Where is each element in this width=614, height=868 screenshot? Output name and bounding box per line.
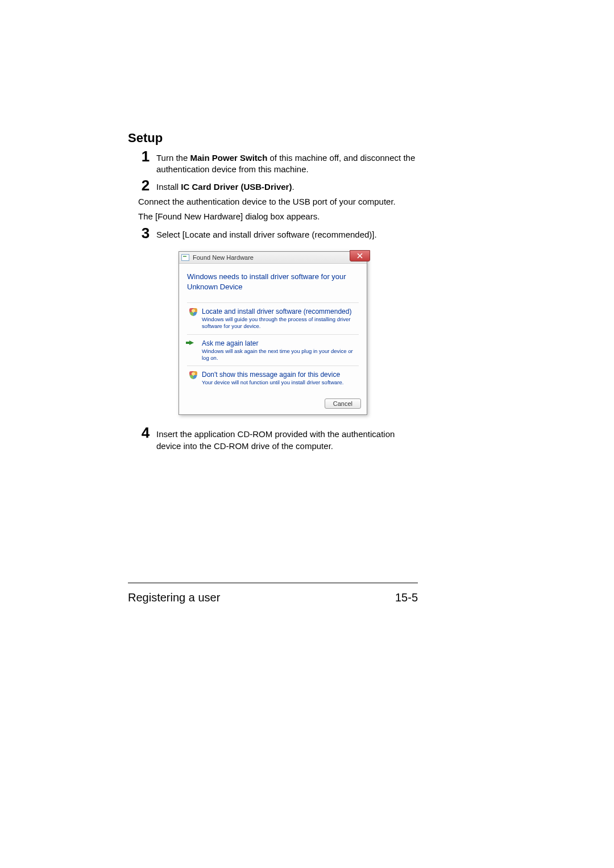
- close-button[interactable]: [350, 250, 370, 261]
- close-icon: [357, 253, 363, 259]
- opt3-title: Don't show this message again for this d…: [202, 371, 355, 379]
- dialog-appears-text: The [Found New Hardware] dialog box appe…: [138, 211, 418, 222]
- step-2-bold: IC Card Driver (USB-Driver): [181, 182, 292, 192]
- step-number-4: 4: [138, 425, 153, 440]
- step-2-post: .: [292, 182, 294, 192]
- step-number-1: 1: [138, 149, 153, 164]
- step-number-3: 3: [138, 226, 153, 240]
- step-2-pre: Install: [156, 182, 181, 192]
- footer-rule: [128, 583, 418, 583]
- step-3: 3 Select [Locate and install driver soft…: [138, 226, 418, 240]
- step-2: 2 Install IC Card Driver (USB-Driver).: [138, 178, 418, 193]
- step-1-text: Turn the Main Power Switch of this machi…: [156, 149, 418, 176]
- dialog-options: Locate and install driver software (reco…: [187, 302, 359, 391]
- dialog-title-icon: [181, 254, 189, 261]
- shield-icon: [189, 308, 197, 316]
- dialog-titlebar: Found New Hardware: [179, 252, 367, 264]
- cancel-button[interactable]: Cancel: [325, 398, 361, 409]
- opt1-title: Locate and install driver software (reco…: [202, 308, 355, 315]
- opt3-sub: Your device will not function until you …: [202, 379, 355, 386]
- step-4-text: Insert the application CD-ROM provided w…: [156, 425, 418, 452]
- step-1-bold: Main Power Switch: [190, 153, 267, 163]
- footer-page-number: 15-5: [395, 591, 418, 604]
- opt2-title: Ask me again later: [202, 339, 355, 347]
- connect-instruction: Connect the authentication device to the…: [138, 196, 418, 207]
- dialog-title: Found New Hardware: [193, 254, 254, 261]
- step-3-text: Select [Locate and install driver softwa…: [156, 226, 418, 240]
- dialog-heading: Windows needs to install driver software…: [187, 272, 359, 292]
- shield-icon-2: [189, 371, 197, 379]
- option-locate-install[interactable]: Locate and install driver software (reco…: [187, 303, 359, 335]
- found-new-hardware-dialog: Found New Hardware Windows needs to inst…: [179, 251, 367, 416]
- step-4: 4 Insert the application CD-ROM provided…: [138, 425, 418, 452]
- step-1-pre: Turn the: [156, 153, 190, 163]
- step-number-2: 2: [138, 178, 153, 193]
- opt1-sub: Windows will guide you through the proce…: [202, 316, 355, 330]
- dialog-body: Windows needs to install driver software…: [179, 264, 367, 396]
- footer-section-name: Registering a user: [128, 591, 220, 604]
- option-dont-show[interactable]: Don't show this message again for this d…: [187, 366, 359, 391]
- option-ask-later[interactable]: Ask me again later Windows will ask agai…: [187, 335, 359, 367]
- step-1: 1 Turn the Main Power Switch of this mac…: [138, 149, 418, 176]
- dialog-footer: Cancel: [179, 395, 367, 414]
- opt2-sub: Windows will ask again the next time you…: [202, 348, 355, 362]
- arrow-icon: [189, 340, 194, 345]
- step-2-text: Install IC Card Driver (USB-Driver).: [156, 178, 418, 193]
- setup-heading: Setup: [128, 131, 418, 146]
